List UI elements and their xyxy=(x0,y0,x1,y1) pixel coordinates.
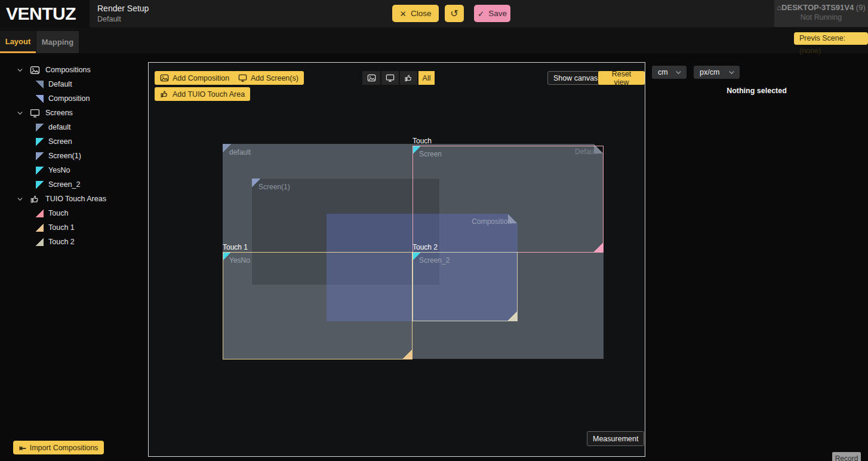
touch-triangle-icon xyxy=(36,210,44,217)
screen-triangle-icon xyxy=(36,152,44,160)
screen-triangle-icon xyxy=(36,167,44,174)
host-name: ⌂DESKTOP-3TS91V4 (9) xyxy=(774,3,868,12)
touch-corner-triangle xyxy=(507,311,518,321)
save-button[interactable]: ✓ Save xyxy=(474,5,510,22)
thumb-icon xyxy=(404,73,413,82)
tree-item-touch1[interactable]: Touch 1 xyxy=(0,220,148,235)
tab-bar: Layout Mapping xyxy=(0,27,868,53)
add-screens-button[interactable]: Add Screen(s) xyxy=(233,71,304,85)
layout-canvas[interactable]: Add Composition Add Screen(s) Add TUIO T… xyxy=(148,62,645,457)
image-icon xyxy=(30,65,40,75)
filter-tuio-button[interactable] xyxy=(399,71,417,85)
tree-item-screen1[interactable]: Screen(1) xyxy=(0,149,148,163)
import-compositions-button[interactable]: ⇤ Import Compositions xyxy=(13,441,104,454)
chevron-down-icon xyxy=(675,69,682,76)
refresh-icon: ↺ xyxy=(450,8,458,19)
tree-item-touch[interactable]: Touch xyxy=(0,206,148,220)
chevron-down-icon xyxy=(728,69,735,76)
host-count: (9) xyxy=(856,3,866,12)
refresh-button[interactable]: ↺ xyxy=(445,5,464,22)
close-icon: ✕ xyxy=(400,9,407,19)
touch-triangle-icon xyxy=(36,238,44,246)
filter-all-button[interactable]: All xyxy=(418,71,435,85)
tree-item-default-screen[interactable]: default xyxy=(0,120,148,134)
tree-group-screens[interactable]: Screens xyxy=(0,106,148,120)
tree-group-compositions[interactable]: Compositions xyxy=(0,63,148,77)
chevron-down-icon[interactable] xyxy=(17,67,23,73)
tree-group-label: Compositions xyxy=(45,66,91,74)
previs-scene-badge[interactable]: Previs Scene: (none) xyxy=(794,32,868,45)
tree-item-screen[interactable]: Screen xyxy=(0,134,148,149)
tree-group-label: Screens xyxy=(45,109,73,117)
check-icon: ✓ xyxy=(478,9,484,19)
house-icon: ⌂ xyxy=(777,3,781,12)
close-label: Close xyxy=(411,9,432,18)
selection-status-text: Nothing selected xyxy=(645,87,868,95)
filter-segmented-control: All xyxy=(362,71,435,85)
filter-compositions-button[interactable] xyxy=(362,71,380,85)
ventuz-logo: VENTUZ xyxy=(6,4,76,24)
screen-triangle-icon xyxy=(36,124,44,131)
page-title: Render Setup xyxy=(97,4,149,13)
tree-item-yesno[interactable]: YesNo xyxy=(0,163,148,177)
page-subtitle: Default xyxy=(97,15,121,23)
composition-triangle-icon xyxy=(36,95,44,103)
measurement-button[interactable]: Measurement xyxy=(587,431,644,446)
canvas-rect-touch1[interactable]: Touch 1 xyxy=(223,252,413,359)
touch-corner-triangle xyxy=(402,349,413,359)
save-label: Save xyxy=(488,9,507,18)
tree-item-screen2[interactable]: Screen_2 xyxy=(0,177,148,192)
tab-mapping[interactable]: Mapping xyxy=(36,31,79,53)
chevron-down-icon[interactable] xyxy=(17,196,23,202)
show-canvas-button[interactable]: Show canvas xyxy=(547,71,604,85)
close-button[interactable]: ✕ Close xyxy=(392,5,439,22)
image-icon xyxy=(160,73,169,82)
monitor-icon xyxy=(386,73,395,82)
composition-triangle-icon xyxy=(36,81,44,88)
touch-corner-triangle xyxy=(593,242,604,253)
tree-group-label: TUIO Touch Areas xyxy=(45,195,106,203)
header-bar: VENTUZ Render Setup Default ✕ Close ↺ ✓ … xyxy=(0,0,868,27)
filter-screens-button[interactable] xyxy=(381,71,399,85)
thumb-icon xyxy=(30,194,40,204)
tree-group-tuio[interactable]: TUIO Touch Areas xyxy=(0,192,148,206)
host-status-panel[interactable]: ⌂DESKTOP-3TS91V4 (9) Not Running xyxy=(774,0,868,27)
canvas-rect-touch2[interactable]: Touch 2 xyxy=(413,252,518,321)
image-icon xyxy=(367,73,376,82)
tree-item-touch2[interactable]: Touch 2 xyxy=(0,235,148,249)
monitor-icon xyxy=(238,73,247,82)
tree-item-composition[interactable]: Composition xyxy=(0,91,148,106)
touch-triangle-icon xyxy=(36,224,44,232)
monitor-icon xyxy=(30,108,40,118)
screen-triangle-icon xyxy=(36,138,44,146)
screen-triangle-icon xyxy=(36,181,44,189)
canvas-rect-touch[interactable]: Touch xyxy=(413,146,604,253)
import-icon: ⇤ xyxy=(19,443,26,453)
chevron-down-icon[interactable] xyxy=(17,110,23,116)
resolution-unit-dropdown[interactable]: px/cm xyxy=(694,66,740,79)
tree-item-default-comp[interactable]: Default xyxy=(0,77,148,91)
host-status: Not Running xyxy=(774,13,868,21)
unit-dropdown[interactable]: cm xyxy=(652,66,687,79)
logo-container: VENTUZ xyxy=(0,0,90,27)
add-composition-button[interactable]: Add Composition xyxy=(155,71,235,85)
tab-layout[interactable]: Layout xyxy=(0,31,36,53)
add-tuio-button[interactable]: Add TUIO Touch Area xyxy=(155,87,250,101)
thumb-icon xyxy=(160,90,169,99)
record-button[interactable]: Record xyxy=(832,452,861,461)
reset-view-button[interactable]: Reset view xyxy=(598,71,645,85)
